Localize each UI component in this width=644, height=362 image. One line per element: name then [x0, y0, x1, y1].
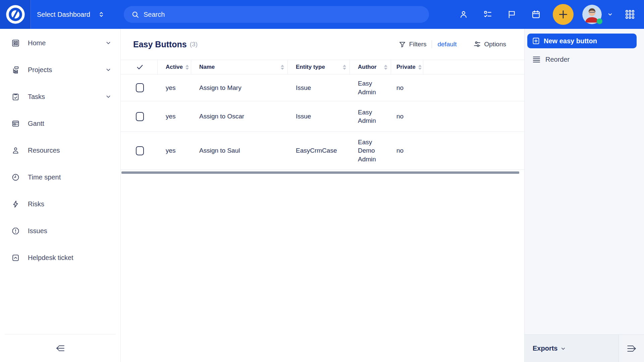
- sidebar-item-label: Issues: [28, 227, 112, 235]
- sort-arrows-icon: [185, 65, 189, 70]
- clipboard-check-icon: [11, 93, 20, 101]
- filters-button[interactable]: Filters: [398, 41, 427, 48]
- reorder-lines-icon: [532, 55, 541, 64]
- gantt-window-icon: [11, 119, 20, 128]
- cell-name: Assign to Saul: [191, 132, 288, 169]
- sidebar-item-label: Gantt: [28, 120, 112, 127]
- person-icon: [11, 146, 20, 155]
- horizontal-scrollbar[interactable]: [121, 171, 519, 174]
- plus-square-icon: [532, 37, 540, 45]
- toolbar-divider: [432, 40, 432, 48]
- app-logo[interactable]: [0, 0, 31, 29]
- record-count: (3): [190, 41, 198, 48]
- new-easy-button-label: New easy button: [544, 37, 597, 45]
- alert-octagon-icon: [11, 227, 20, 235]
- row-checkbox[interactable]: [136, 112, 144, 121]
- column-label: Active: [166, 64, 183, 70]
- search-input[interactable]: [144, 11, 405, 18]
- unfold-chevrons-icon: [98, 11, 105, 18]
- cell-author: Easy Demo Admin: [350, 132, 391, 169]
- options-button[interactable]: Options: [473, 40, 506, 49]
- column-header-private[interactable]: Private: [391, 60, 423, 74]
- list-toolbar: Filters default Options: [398, 40, 506, 49]
- chevron-down-icon: [105, 40, 112, 46]
- column-header-name[interactable]: Name: [191, 60, 288, 74]
- active-filter-link[interactable]: default: [437, 41, 457, 48]
- sidebar-item-label: Resources: [28, 147, 112, 154]
- sidebar-item-projects[interactable]: Projects: [0, 56, 120, 83]
- search-bar[interactable]: [124, 6, 429, 23]
- sidebar-item-label: Time spent: [28, 173, 112, 181]
- new-easy-button[interactable]: New easy button: [527, 34, 637, 48]
- sort-arrows-icon: [281, 65, 284, 70]
- page-header: Easy Buttons (3) Filters default Options: [121, 29, 524, 60]
- exports-label: Exports: [533, 345, 557, 352]
- column-header-active[interactable]: Active: [158, 60, 191, 74]
- dashboard-selector[interactable]: Select Dashboard: [37, 11, 105, 18]
- cell-active: yes: [158, 132, 191, 169]
- table-row[interactable]: yes Assign to Oscar Issue Easy Admin no: [121, 101, 524, 132]
- collapse-panel-button[interactable]: [619, 335, 644, 362]
- sidebar-item-resources[interactable]: Resources: [0, 137, 120, 164]
- clock-icon: [11, 173, 20, 182]
- apps-grid-icon[interactable]: [625, 9, 635, 20]
- sidebar-item-label: Tasks: [28, 93, 97, 101]
- chevron-down-icon: [560, 345, 567, 352]
- avatar[interactable]: [582, 5, 602, 24]
- column-header-entity-type[interactable]: Entity type: [288, 60, 350, 74]
- calendar-icon[interactable]: [531, 10, 541, 19]
- sidebar-item-risks[interactable]: Risks: [0, 191, 120, 217]
- sidebar-item-gantt[interactable]: Gantt: [0, 110, 120, 137]
- sort-arrows-icon: [384, 65, 387, 70]
- funnel-icon: [398, 41, 406, 48]
- online-status-dot: [597, 18, 602, 24]
- chevron-down-icon[interactable]: [606, 11, 614, 18]
- column-label: Author: [358, 64, 377, 70]
- cell-author: Easy Admin: [350, 74, 391, 101]
- cell-entity-type: EasyCrmCase: [288, 132, 350, 169]
- cell-private: no: [391, 101, 423, 132]
- sort-arrows-icon: [418, 65, 422, 70]
- easy-project-logo-icon: [5, 4, 26, 25]
- reorder-label: Reorder: [545, 56, 570, 63]
- projects-tree-icon: [11, 66, 20, 74]
- collapse-sidebar-icon[interactable]: [55, 344, 66, 353]
- flag-icon[interactable]: [507, 10, 517, 19]
- check-icon: [136, 63, 144, 71]
- sidebar-item-helpdesk-ticket[interactable]: Helpdesk ticket: [0, 244, 120, 271]
- page-title: Easy Buttons: [133, 40, 187, 49]
- sidebar-item-time-spent[interactable]: Time spent: [0, 164, 120, 191]
- table-row[interactable]: yes Assign to Mary Issue Easy Admin no: [121, 74, 524, 101]
- topbar-actions: [444, 4, 635, 25]
- column-header-author[interactable]: Author: [350, 60, 391, 74]
- column-label: Private: [396, 64, 416, 70]
- sidebar-item-label: Home: [28, 39, 97, 47]
- exports-button[interactable]: Exports: [525, 335, 619, 362]
- row-checkbox[interactable]: [136, 146, 144, 155]
- sidebar-item-tasks[interactable]: Tasks: [0, 83, 120, 110]
- row-checkbox[interactable]: [136, 83, 144, 92]
- table-row[interactable]: yes Assign to Saul EasyCrmCase Easy Demo…: [121, 132, 524, 170]
- checklist-icon[interactable]: [483, 10, 492, 19]
- reorder-button[interactable]: Reorder: [532, 52, 644, 66]
- user-icon[interactable]: [459, 10, 468, 19]
- right-panel: New easy button Reorder Exports: [524, 29, 644, 362]
- filters-label: Filters: [409, 41, 427, 48]
- column-label: Name: [199, 64, 215, 70]
- sidebar-item-issues[interactable]: Issues: [0, 217, 120, 244]
- sidebar-item-label: Risks: [28, 200, 112, 208]
- sidebar: Home Projects Tasks Gantt: [0, 29, 121, 362]
- sliders-icon: [473, 40, 481, 49]
- topbar: Select Dashboard: [0, 0, 644, 29]
- search-icon: [131, 10, 140, 19]
- sidebar-item-home[interactable]: Home: [0, 30, 120, 56]
- cell-name: Assign to Mary: [191, 74, 288, 101]
- add-button[interactable]: [553, 4, 574, 25]
- select-all-header[interactable]: [121, 60, 158, 74]
- collapse-panel-icon: [626, 344, 638, 354]
- cell-active: yes: [158, 101, 191, 132]
- chevron-down-icon: [105, 93, 112, 100]
- dashboard-selector-label: Select Dashboard: [37, 11, 90, 18]
- sort-arrows-icon: [343, 65, 346, 70]
- plus-icon: [557, 9, 569, 20]
